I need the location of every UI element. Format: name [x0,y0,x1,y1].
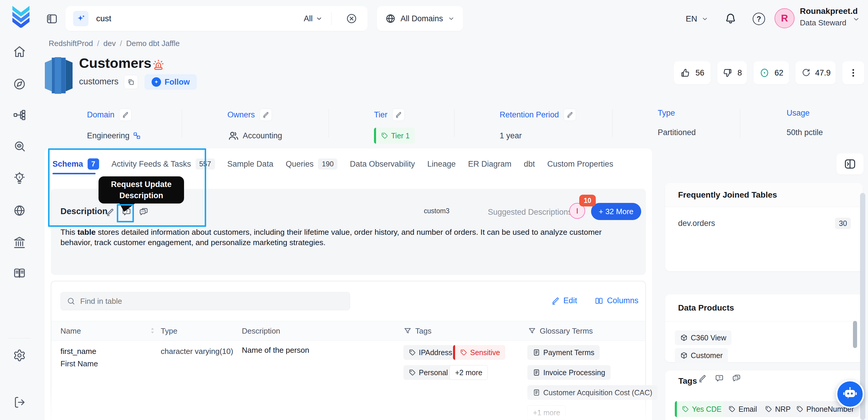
tab-activity-feeds[interactable]: Activity Feeds & Tasks557 [112,158,215,170]
more-tags-chip[interactable]: +2 more [450,365,488,380]
more-glossary-chip[interactable]: +1 more [527,405,566,420]
edit-description-pencil-icon[interactable] [103,205,117,219]
edit-pencil-icon[interactable] [119,109,131,121]
col-header-name[interactable]: Name [60,321,81,341]
ai-sparkle-icon[interactable] [73,11,89,26]
tier-chip[interactable]: Tier 1 [374,128,415,144]
col-header-tags[interactable]: Tags [403,321,432,341]
cell-column-name[interactable]: first_name [60,347,96,356]
breadcrumb-database[interactable]: Demo dbt Jaffle [126,39,180,48]
likes-button[interactable]: 56 [674,61,711,84]
find-in-table[interactable] [60,292,350,310]
glossary-chip[interactable]: Customer Acquisition Cost (CAC) [527,385,658,400]
columns-icon [595,296,603,305]
copy-name-button[interactable] [124,75,138,89]
joined-table-item[interactable]: dev.orders [678,219,715,228]
notifications-bell-icon[interactable] [724,12,737,26]
meta-label[interactable]: Tier [374,110,388,119]
tab-queries[interactable]: Queries190 [286,158,338,170]
tag-chip[interactable]: Personal [403,365,453,380]
edit-pencil-icon[interactable] [259,109,272,121]
tag-chip[interactable]: Email [723,401,763,417]
edit-pencil-icon[interactable] [392,109,405,121]
app-logo[interactable] [11,6,31,29]
docs-book-icon[interactable] [13,267,26,281]
glossary-chip[interactable]: Invoice Processing [527,365,611,380]
search-input[interactable] [96,6,285,31]
data-product-chip[interactable]: Customer [675,348,728,363]
tag-chip-sensitive[interactable]: Sensitive [453,345,505,360]
sort-icon[interactable] [148,326,157,337]
observability-search-eye-icon[interactable] [13,140,26,154]
breadcrumb-schema[interactable]: dev [103,39,116,48]
governance-bank-icon[interactable] [13,236,26,250]
tab-custom-properties[interactable]: Custom Properties [548,159,614,169]
user-menu-chevron-icon[interactable] [852,16,860,23]
tab-er-diagram[interactable]: ER Diagram [468,159,512,169]
col-header-description[interactable]: Description [242,321,280,341]
avatar[interactable]: R [775,8,795,28]
tags-comments-icon[interactable] [732,374,741,384]
tag-chip[interactable]: IPAddress [403,345,458,360]
col-header-type[interactable]: Type [161,321,177,341]
insights-bulb-icon[interactable] [13,172,26,186]
breadcrumb-connection[interactable]: RedshiftProd [49,39,93,48]
follow-button[interactable]: Follow [145,74,197,90]
find-in-table-input[interactable] [80,297,344,306]
domain-value[interactable]: Engineering [87,131,129,140]
app-root: { "topbar": { "search": { "value": "cust… [0,0,868,420]
logout-icon[interactable] [13,396,26,410]
help-icon[interactable]: ? [753,13,765,25]
filter-funnel-icon[interactable] [528,327,536,335]
dislikes-button[interactable]: 8 [717,61,747,84]
filter-funnel-icon[interactable] [403,327,412,335]
owner-value[interactable]: Accounting [243,131,282,140]
cell-column-description: Name of the person [242,346,309,355]
tab-data-observability[interactable]: Data Observability [350,159,415,169]
discover-compass-icon[interactable] [13,78,26,92]
tag-chip-cde[interactable]: Yes CDE [675,401,727,417]
panel-toggle-icon[interactable] [46,13,58,26]
more-actions-button[interactable] [842,61,864,84]
columns-button[interactable]: Columns [595,296,639,305]
meta-type: Type Partitioned [658,109,696,141]
settings-gear-icon[interactable] [13,349,26,363]
user-role: Data Steward [800,18,858,27]
domains-dropdown[interactable]: All Domains [377,6,463,31]
alert-siren-icon[interactable] [152,58,165,73]
meta-label[interactable]: Retention Period [500,110,559,119]
glossary-chip[interactable]: Payment Terms [527,345,599,360]
user-menu[interactable]: Rounakpreet.d Data Steward [800,6,858,27]
rail-scrollbar-thumb[interactable] [853,321,857,348]
meta-label[interactable]: Owners [227,110,255,119]
tab-dbt[interactable]: dbt [524,159,535,169]
request-tags-icon[interactable]: ? [715,374,724,384]
edit-pencil-icon[interactable] [564,109,576,121]
tag-chip[interactable]: NRP [760,401,796,417]
tab-sample-data[interactable]: Sample Data [227,159,273,169]
language-selector[interactable]: EN [686,0,708,37]
meta-label[interactable]: Usage [786,109,810,118]
edit-table-button[interactable]: Edit [551,296,577,305]
clear-search-icon[interactable] [346,13,358,26]
chat-assistant-button[interactable] [836,380,864,408]
tag-icon [460,349,467,356]
meta-label[interactable]: Domain [87,110,115,119]
edit-tags-pencil-icon[interactable] [698,374,707,384]
collapse-panel-button[interactable] [836,153,864,175]
home-icon[interactable] [13,45,26,59]
comments-icon[interactable] [137,205,150,219]
marketplace-globe-icon[interactable] [13,204,26,218]
redshift-icon [45,57,72,96]
search-scope-dropdown[interactable]: All [304,6,323,31]
glossary-book-icon [533,349,540,356]
col-header-glossary[interactable]: Glossary Terms [528,321,593,341]
more-suggestions-button[interactable]: + 32 More [591,203,641,220]
tab-lineage[interactable]: Lineage [427,159,456,169]
lineage-sitemap-icon[interactable] [13,109,26,123]
tab-schema[interactable]: Schema7 [53,158,99,170]
freshness-button[interactable]: 47.9 [796,61,836,84]
data-product-chip[interactable]: C360 View [675,330,732,345]
meta-label[interactable]: Type [658,109,675,118]
views-button[interactable]: 62 [753,61,789,84]
